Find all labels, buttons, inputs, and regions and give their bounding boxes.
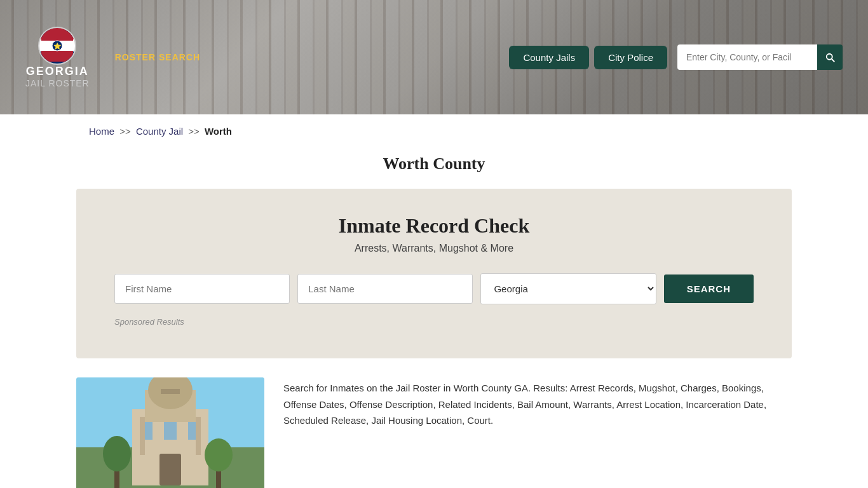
svg-rect-1 (41, 30, 73, 41)
page-title: Worth County (0, 154, 868, 173)
inmate-record-box: Inmate Record Check Arrests, Warrants, M… (76, 189, 792, 358)
header-search-button[interactable] (817, 44, 843, 70)
svg-rect-16 (140, 417, 145, 455)
inmate-search-button[interactable]: SEARCH (664, 274, 754, 303)
georgia-flag-icon: ⭐ (38, 27, 76, 65)
logo[interactable]: ⭐ GEORGIA JAIL ROSTER (25, 27, 90, 88)
nav-buttons: County Jails City Police (509, 46, 667, 69)
first-name-input[interactable] (114, 274, 290, 304)
search-icon (824, 51, 836, 63)
roster-search-link[interactable]: ROSTER SEARCH (115, 52, 200, 62)
sponsored-label: Sponsored Results (114, 317, 754, 327)
breadcrumb-sep1: >> (119, 126, 131, 137)
breadcrumb: Home >> County Jail >> Worth (0, 114, 868, 148)
svg-rect-13 (164, 422, 177, 440)
state-select[interactable]: AlabamaAlaskaArizonaArkansasCaliforniaCo… (480, 273, 656, 304)
county-jails-button[interactable]: County Jails (509, 46, 589, 69)
inmate-record-title: Inmate Record Check (114, 214, 754, 238)
svg-text:⭐: ⭐ (53, 42, 62, 50)
svg-rect-17 (196, 417, 201, 455)
courthouse-svg (76, 377, 264, 488)
svg-rect-15 (159, 454, 181, 485)
breadcrumb-current: Worth (205, 126, 232, 137)
header-search-input[interactable] (677, 44, 817, 70)
description-text: Search for Inmates on the Jail Roster in… (283, 377, 792, 429)
logo-title-georgia: GEORGIA (26, 65, 89, 78)
logo-title-jail: JAIL ROSTER (25, 78, 90, 88)
header: ⭐ GEORGIA JAIL ROSTER ROSTER SEARCH Coun… (0, 0, 868, 114)
breadcrumb-county-jail[interactable]: County Jail (136, 126, 183, 137)
city-police-button[interactable]: City Police (594, 46, 667, 69)
page-title-section: Worth County (0, 148, 868, 189)
inmate-search-form: AlabamaAlaskaArizonaArkansasCaliforniaCo… (114, 273, 754, 304)
last-name-input[interactable] (297, 274, 473, 304)
breadcrumb-home[interactable]: Home (89, 126, 114, 137)
svg-rect-3 (41, 51, 73, 62)
svg-rect-11 (161, 389, 180, 394)
inmate-record-subtitle: Arrests, Warrants, Mugshot & More (114, 243, 754, 254)
svg-point-19 (103, 436, 131, 471)
svg-point-21 (205, 438, 233, 471)
description-section: Search for Inmates on the Jail Roster in… (0, 358, 868, 488)
courthouse-image (76, 377, 264, 488)
breadcrumb-sep2: >> (188, 126, 200, 137)
header-search (677, 44, 843, 70)
